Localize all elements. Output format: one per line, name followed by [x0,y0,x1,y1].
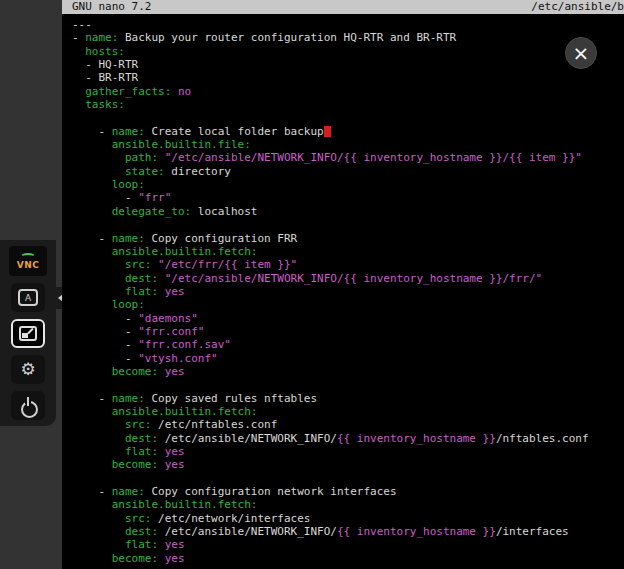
code-line: flat: yes [72,538,624,551]
code-line: - "vtysh.conf" [72,352,624,365]
vnc-control-bar: VNC A ⚙ [0,240,56,426]
code-line: ansible.builtin.fetch: [72,498,624,511]
code-line: - BR-RTR [72,71,624,84]
code-line: loop: [72,178,624,191]
code-line: src: /etc/network/interfaces [72,512,624,525]
fullscreen-button[interactable] [11,319,45,348]
code-line: --- [72,18,624,31]
code-line: flat: yes [72,285,624,298]
code-line: ansible.builtin.fetch: [72,405,624,418]
nano-version-label: GNU nano 7.2 [72,0,151,14]
code-line: - "frr" [72,191,624,204]
code-line: src: "/etc/frr/{{ item }}" [72,258,624,271]
code-line: - "frr.conf.sav" [72,338,624,351]
gear-icon: ⚙ [20,361,35,378]
code-line: - name: Backup your router configuration… [72,31,624,44]
code-line: path: "/etc/ansible/NETWORK_INFO/{{ inve… [72,151,624,164]
close-icon: × [573,41,590,65]
code-line: - name: Copy configuration network inter… [72,485,624,498]
settings-button[interactable]: ⚙ [11,355,45,384]
code-line: dest: /etc/ansible/NETWORK_INFO/{{ inven… [72,432,624,445]
code-line: - HQ-RTR [72,58,624,71]
code-line [72,218,624,231]
code-line: flat: yes [72,445,624,458]
text-cursor [324,126,331,137]
code-line: loop: [72,298,624,311]
vnc-logo: VNC [9,246,47,276]
fullscreen-icon [19,326,37,341]
nano-filepath: /etc/ansible/b [531,0,624,14]
code-line: - name: Copy saved rules nftables [72,392,624,405]
code-line [72,378,624,391]
code-line: hosts: [72,45,624,58]
code-line: - "frr.conf" [72,325,624,338]
vnc-sidebar: VNC A ⚙ [0,0,62,569]
keyboard-icon: A [18,289,38,306]
code-line: become: yes [72,458,624,471]
close-button[interactable]: × [565,37,597,69]
nano-titlebar: GNU nano 7.2 /etc/ansible/b [62,0,624,14]
disconnect-button[interactable] [11,391,45,420]
code-line [72,111,624,124]
vnc-logo-text: VNC [17,260,40,270]
editor-content[interactable]: ---- name: Backup your router configurat… [62,14,624,565]
code-line: ansible.builtin.fetch: [72,245,624,258]
keyboard-button[interactable]: A [11,283,45,312]
code-line: become: yes [72,552,624,565]
code-line: state: directory [72,165,624,178]
code-line: - name: Create local folder backup [72,125,624,138]
terminal-window[interactable]: GNU nano 7.2 /etc/ansible/b ---- name: B… [62,0,624,569]
code-line: dest: "/etc/ansible/NETWORK_INFO/{{ inve… [72,272,624,285]
code-line: become: yes [72,365,624,378]
code-line: src: /etc/nftables.conf [72,418,624,431]
code-line: dest: /etc/ansible/NETWORK_INFO/{{ inven… [72,525,624,538]
code-line: delegate_to: localhost [72,205,624,218]
code-line: - "daemons" [72,312,624,325]
code-line: tasks: [72,98,624,111]
power-icon [19,397,37,415]
code-line: - name: Copy configuration FRR [72,232,624,245]
code-line [72,472,624,485]
code-line: ansible.builtin.file: [72,138,624,151]
code-line: gather_facts: no [72,85,624,98]
